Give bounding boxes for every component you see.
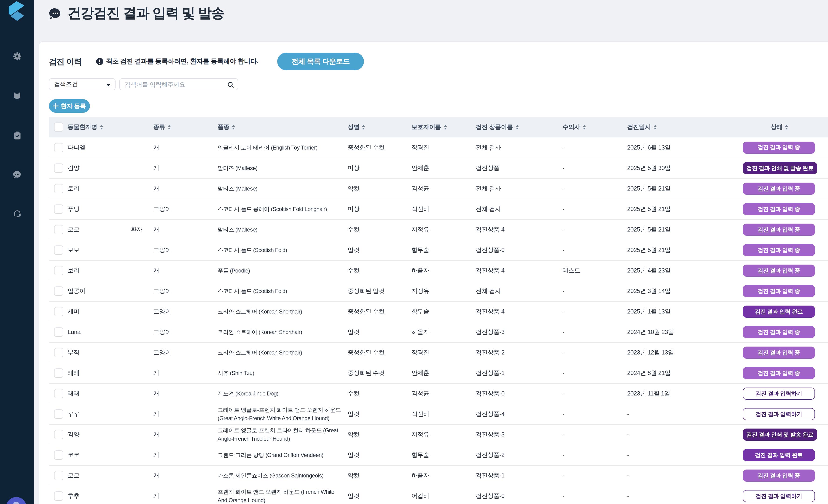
status-button[interactable]: 검진 결과 입력 중 xyxy=(743,244,815,256)
column-header-breed[interactable]: 품종 xyxy=(218,117,347,137)
row-checkbox[interactable] xyxy=(54,492,64,501)
patient-name: 후추 xyxy=(68,492,79,501)
breed: 그랜드 그리폰 방뎅 (Grand Griffon Vendeen) xyxy=(218,451,342,459)
sort-down-icon xyxy=(444,128,447,129)
row-checkbox[interactable] xyxy=(54,369,64,378)
sex: 암컷 xyxy=(347,431,360,439)
column-header-product[interactable]: 검진 상품이름 xyxy=(476,117,563,137)
row-checkbox[interactable] xyxy=(54,430,64,439)
column-label: 상태 xyxy=(771,123,783,131)
status-button[interactable]: 검진 결과 입력하기 xyxy=(743,387,815,400)
patient-name: 김양 xyxy=(68,164,79,173)
checkup-date: - xyxy=(627,431,629,439)
row-checkbox[interactable] xyxy=(54,184,64,193)
sidebar-item-settings[interactable] xyxy=(0,48,34,65)
row-checkbox[interactable] xyxy=(54,246,64,255)
sex: 중성화된 수컷 xyxy=(347,143,385,152)
row-checkbox[interactable] xyxy=(54,266,64,275)
veterinarian: - xyxy=(563,308,564,316)
sex: 중성화된 암컷 xyxy=(347,287,385,296)
column-header-species[interactable]: 종류 xyxy=(153,117,218,137)
status-button[interactable]: 검진 결과 인쇄 및 발송 완료 xyxy=(743,162,817,174)
status-button[interactable]: 검진 결과 입력 중 xyxy=(743,346,815,359)
row-checkbox[interactable] xyxy=(54,225,64,234)
sex: 암컷 xyxy=(347,451,360,460)
column-header-guardian[interactable]: 보호자이름 xyxy=(411,117,476,137)
status-button[interactable]: 검진 결과 입력 완료 xyxy=(743,449,815,461)
user-avatar[interactable] xyxy=(6,497,27,504)
sort-icon xyxy=(654,125,657,129)
fitpet-logo-icon xyxy=(8,1,24,22)
status-button[interactable]: 검진 결과 입력 중 xyxy=(743,203,815,215)
column-header-content: 상태 xyxy=(771,123,788,131)
row-checkbox[interactable] xyxy=(54,287,64,296)
status-button[interactable]: 검진 결과 입력하기 xyxy=(743,408,815,420)
select-all-checkbox[interactable] xyxy=(54,123,64,132)
breed: 말티즈 (Maltese) xyxy=(218,164,342,172)
column-label: 동물환자명 xyxy=(68,123,97,131)
search-input[interactable] xyxy=(120,79,238,90)
sidebar-item-messages[interactable] xyxy=(0,166,34,183)
guardian-name: 안제훈 xyxy=(411,164,429,173)
row-checkbox[interactable] xyxy=(54,471,64,480)
sex: 암컷 xyxy=(347,472,360,480)
sort-icon xyxy=(232,125,235,129)
status-button[interactable]: 검진 결과 입력 중 xyxy=(743,367,815,379)
add-patient-button[interactable]: 환자 등록 xyxy=(49,99,90,113)
column-header-status[interactable]: 상태 xyxy=(743,117,828,137)
sort-up-icon xyxy=(100,125,103,127)
status-button[interactable]: 검진 결과 입력 중 xyxy=(743,285,815,297)
app-logo[interactable] xyxy=(8,1,24,22)
breed: 그레이트 앵글로-프렌치 트라이컬러 하운드 (Great Anglo-Fren… xyxy=(218,426,342,443)
row-checkbox[interactable] xyxy=(54,348,64,357)
row-checkbox[interactable] xyxy=(54,205,64,214)
status-button[interactable]: 검진 결과 입력 완료 xyxy=(743,305,815,318)
status-button[interactable]: 검진 결과 인쇄 및 발송 완료 xyxy=(743,428,817,440)
sort-icon xyxy=(168,125,171,129)
patient-name: 김양 xyxy=(68,431,79,439)
sidebar-item-patients[interactable] xyxy=(0,87,34,104)
checkup-date: 2025년 5월 30일 xyxy=(627,164,670,173)
row-checkbox[interactable] xyxy=(54,143,64,152)
sidebar-item-checkups[interactable] xyxy=(0,127,34,144)
status-button[interactable]: 검진 결과 입력하기 xyxy=(743,490,815,502)
status-button[interactable]: 검진 결과 입력 중 xyxy=(743,326,815,338)
table-row: 태태 개 시츄 (Shih Tzu) 중성화된 수컷 안제훈 검진상품-1 - … xyxy=(49,363,828,383)
column-header-vet[interactable]: 수의사 xyxy=(563,117,627,137)
checkup-date: 2023년 12월 13일 xyxy=(627,349,674,357)
sex: 중성화된 수컷 xyxy=(347,349,385,357)
species: 개 xyxy=(153,164,159,173)
row-checkbox[interactable] xyxy=(54,410,64,419)
status-button[interactable]: 검진 결과 입력 중 xyxy=(743,264,815,277)
row-checkbox[interactable] xyxy=(54,389,64,398)
patient-name: 푸딩 xyxy=(68,205,79,214)
column-header-sex[interactable]: 성별 xyxy=(347,117,411,137)
sidebar-item-support[interactable] xyxy=(0,205,34,222)
row-checkbox[interactable] xyxy=(54,328,64,337)
search-condition-select[interactable]: 검색조건 xyxy=(49,78,116,90)
status-button[interactable]: 검진 결과 입력 중 xyxy=(743,182,815,195)
species: 고양이 xyxy=(153,287,171,296)
veterinarian: - xyxy=(563,451,564,460)
checkup-product: 전체 검사 xyxy=(476,287,501,296)
column-header-date[interactable]: 검진일시 xyxy=(627,117,743,137)
table-row: 꾸꾸 개 그레이트 앵글로-프렌치 화이트 앤드 오렌지 하운드 (Great … xyxy=(49,404,828,424)
row-checkbox[interactable] xyxy=(54,164,64,173)
column-label: 수의사 xyxy=(563,123,580,131)
guardian-name: 하을자 xyxy=(411,267,429,275)
table-row: 푸딩 고양이 스코티시 폴드 롱헤어 (Scottish Fold Longha… xyxy=(49,199,828,219)
veterinarian: - xyxy=(563,431,564,439)
download-all-button[interactable]: 전체 목록 다운로드 xyxy=(277,53,364,70)
patient-name: 보리 xyxy=(68,267,79,275)
row-checkbox[interactable] xyxy=(54,451,64,460)
checkup-date: 2025년 1월 13일 xyxy=(627,308,670,316)
checkup-date: 2024년 10월 23일 xyxy=(627,328,674,337)
status-button[interactable]: 검진 결과 입력 중 xyxy=(743,469,815,481)
column-header-name[interactable]: 동물환자명 xyxy=(68,117,153,137)
column-header-content: 수의사 xyxy=(563,123,586,131)
status-button[interactable]: 검진 결과 입력 중 xyxy=(743,223,815,236)
checkup-date: - xyxy=(627,451,629,460)
row-checkbox[interactable] xyxy=(54,307,64,316)
guardian-name: 어갑해 xyxy=(411,492,429,501)
status-button[interactable]: 검진 결과 입력 중 xyxy=(743,141,815,154)
